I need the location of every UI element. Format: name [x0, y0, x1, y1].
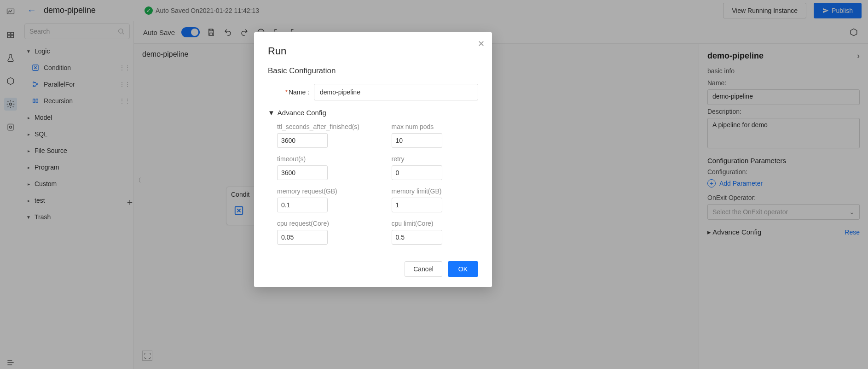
run-modal: ✕ Run Basic Configuration *Name : ▼Advan…	[254, 32, 492, 287]
ttl-input[interactable]	[277, 133, 328, 148]
timeout-label: timeout(s)	[277, 155, 364, 163]
ok-button[interactable]: OK	[448, 261, 478, 277]
modal-name-input[interactable]	[314, 84, 478, 100]
maxpods-input[interactable]	[392, 133, 442, 148]
retry-label: retry	[392, 155, 479, 163]
cpureq-input[interactable]	[277, 230, 328, 245]
modal-title: Run	[268, 45, 478, 57]
close-icon[interactable]: ✕	[478, 39, 485, 49]
advance-config-toggle[interactable]: ▼Advance Config	[268, 109, 478, 117]
cpureq-label: cpu request(Core)	[277, 220, 364, 227]
basic-config-header: Basic Configuration	[268, 66, 478, 76]
memlim-label: memory limit(GB)	[392, 187, 479, 195]
cancel-button[interactable]: Cancel	[405, 261, 442, 277]
cpulim-label: cpu limit(Core)	[392, 220, 479, 227]
modal-name-label: *Name :	[268, 88, 309, 96]
timeout-input[interactable]	[277, 165, 328, 180]
cpulim-input[interactable]	[392, 230, 442, 245]
memreq-label: memory request(GB)	[277, 187, 364, 195]
caret-down-icon: ▼	[268, 109, 275, 117]
retry-input[interactable]	[392, 165, 442, 180]
memreq-input[interactable]	[277, 198, 328, 212]
maxpods-label: max num pods	[392, 123, 479, 130]
memlim-input[interactable]	[392, 198, 442, 212]
ttl-label: ttl_seconds_after_finished(s)	[277, 123, 364, 130]
